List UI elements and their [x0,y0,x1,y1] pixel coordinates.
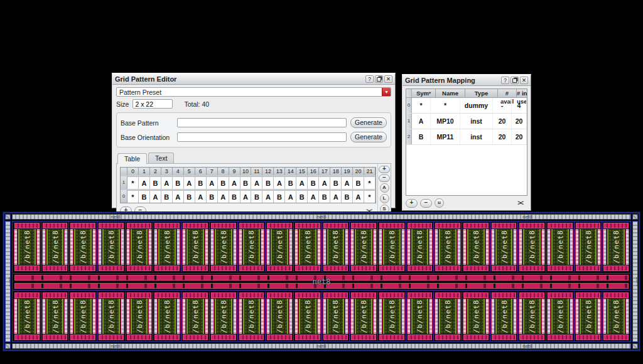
editor-titlebar[interactable]: Grid Pattern Editor ? ✕ [112,74,395,85]
grid-cell[interactable]: * [364,176,376,189]
grid-col-header[interactable]: 8 [218,168,229,175]
side-remove-button[interactable]: − [379,174,390,182]
update-mapping-button[interactable]: u [435,198,444,208]
grid-col-header[interactable]: 11 [251,168,262,175]
layout-cell[interactable]: /b/net8 [238,222,266,272]
mapping-cell[interactable]: 20 [493,114,512,129]
mapping-row[interactable]: 2BMP11inst2020 [406,129,527,145]
grid-cell[interactable]: B [173,176,184,189]
grid-cell[interactable]: A [342,176,353,189]
layout-cell[interactable]: /b/net8 [210,292,238,341]
layout-cell[interactable]: /b/net8 [322,222,350,272]
layout-cell[interactable]: /b/net8 [378,222,406,272]
side-add-button[interactable]: + [379,166,390,173]
layout-cell[interactable]: /b/net8 [575,292,603,341]
close-button[interactable]: ✕ [384,75,392,83]
grid-cell[interactable]: B [207,190,218,203]
layout-cell[interactable]: /b/net8 [97,222,126,272]
layout-cell[interactable]: /b/net8 [41,222,70,272]
mapping-cell[interactable]: B [412,129,431,144]
grid-cell[interactable]: B [342,190,353,203]
grid-cell[interactable]: B [139,190,150,203]
base-orientation-input[interactable] [177,132,347,142]
grid-col-header[interactable]: 0 [127,168,139,175]
mapping-col-header[interactable]: # avail [498,89,517,97]
side-button-l[interactable]: L [380,194,389,203]
grid-cell[interactable]: B [229,190,240,203]
mapping-cell[interactable]: * [431,98,460,113]
mapping-col-header[interactable]: Name [436,89,465,97]
grid-col-header[interactable]: 6 [195,168,207,175]
mapping-cell[interactable]: * [412,98,431,113]
float-icon[interactable] [375,75,383,83]
layout-cell[interactable]: /b/net8 [602,222,630,272]
grid-cell[interactable]: A [173,190,184,203]
add-mapping-button[interactable]: + [406,199,418,208]
side-button-a[interactable]: A [380,183,389,193]
layout-cell[interactable]: /b/net8 [266,222,294,272]
grid-cell[interactable]: B [161,190,173,203]
grid-col-header[interactable]: 16 [308,168,319,175]
layout-cell[interactable]: /b/net8 [434,292,462,341]
layout-cell[interactable]: /b/net8 [378,292,406,341]
grid-col-header[interactable]: 14 [285,168,296,175]
grid-cell[interactable]: A [285,190,296,203]
grid-cell[interactable]: B [308,176,319,189]
mapping-cell[interactable]: 20 [512,114,527,129]
tab-text[interactable]: Text [148,153,174,163]
grid-cell[interactable]: A [274,176,285,189]
grid-cell[interactable]: A [139,176,150,189]
grid-col-header[interactable]: 7 [207,168,218,175]
generate-pattern-button[interactable]: Generate [350,117,387,128]
layout-cell[interactable]: /b/net8 [181,292,210,341]
grid-col-header[interactable]: 20 [353,168,364,175]
grid-col-header[interactable]: 9 [229,168,240,175]
grid-cell[interactable]: A [195,190,207,203]
mapping-cell[interactable]: 20 [512,129,527,144]
grid-col-header[interactable]: 10 [240,168,252,175]
layout-cell[interactable]: /b/net8 [350,222,378,272]
grid-row-header[interactable]: 0 [121,190,127,203]
generate-orientation-button[interactable]: Generate [350,132,387,142]
layout-cell[interactable]: /b/net8 [406,292,435,341]
layout-cell[interactable]: /b/net8 [153,292,181,341]
mapping-cell[interactable]: MP10 [431,114,460,129]
grid-cell[interactable]: A [229,176,240,189]
layout-cell[interactable]: /b/net8 [13,292,41,341]
layout-cell[interactable]: /b/net8 [322,292,350,341]
grid-cell[interactable]: A [319,176,330,189]
grid-cell[interactable]: B [330,176,342,189]
layout-cell[interactable]: /b/net8 [294,292,322,341]
layout-cell[interactable]: /b/net8 [518,292,546,341]
grid-cell[interactable]: B [195,176,207,189]
grid-cell[interactable]: * [127,176,139,189]
mapping-titlebar[interactable]: Grid Pattern Mapping ? ✕ [403,75,531,86]
float-icon[interactable] [511,77,519,84]
layout-cell[interactable]: /b/net8 [69,292,97,341]
layout-cell[interactable]: /b/net8 [69,222,97,272]
grid-cell[interactable]: B [285,176,296,189]
grid-cell[interactable]: B [240,176,252,189]
grid-col-header[interactable]: 4 [173,168,184,175]
grid-cell[interactable]: B [274,190,285,203]
layout-cell[interactable]: /b/net8 [97,292,126,341]
grid-cell[interactable]: A [353,190,364,203]
grid-cell[interactable]: B [150,176,161,189]
layout-cell[interactable]: /b/net8 [294,222,322,272]
collapse-icon[interactable]: >< [517,200,522,206]
grid-cell[interactable]: A [161,176,173,189]
layout-cell[interactable]: /b/net8 [490,222,519,272]
grid-cell[interactable]: A [330,190,342,203]
grid-col-header[interactable]: 12 [262,168,274,175]
grid-cell[interactable]: A [218,190,229,203]
grid-col-header[interactable]: 21 [364,168,376,175]
mapping-col-header[interactable]: Type [465,89,498,97]
layout-cell[interactable]: /b/net8 [350,292,378,341]
grid-col-header[interactable]: 15 [296,168,308,175]
mapping-cell[interactable]: A [412,114,431,129]
mapping-cell[interactable]: MP11 [431,129,460,144]
grid-cell[interactable]: A [240,190,252,203]
grid-cell[interactable]: B [319,190,330,203]
mapping-cell[interactable]: dummy [460,98,493,113]
layout-cell[interactable]: /b/net8 [602,292,630,341]
